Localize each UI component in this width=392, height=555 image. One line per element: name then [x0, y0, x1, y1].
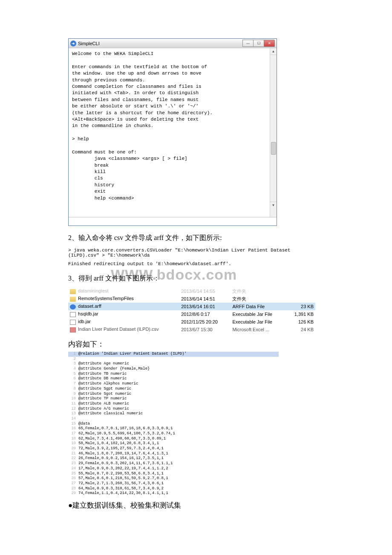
file-icon — [70, 320, 76, 325]
arff-line: 2072,Male,3.9,2,195,27,59,7.3,2.4,0.4,1 — [68, 446, 279, 451]
line-number: 16 — [68, 426, 78, 431]
arff-code-line: 72,Male,3.9,2,195,27,59,7.3,2.4,0.4,1 — [78, 446, 279, 451]
line-number: 4 — [68, 367, 78, 372]
line-number: 21 — [68, 451, 78, 457]
file-row[interactable]: Indian Liver Patient Dataset (ILPD).csv2… — [68, 326, 315, 333]
step2-text: 2、输入命令将 csv 文件导成 arff 文件，如下图所示: — [68, 234, 324, 243]
arff-line: 2974,Female,1.1,0.4,214,22,30,8.1,4.1,1,… — [68, 491, 279, 496]
cli-titlebar: ➜ SimpleCLI — ☐ ✕ — [69, 39, 277, 48]
arff-line: 7@attribute Alkphos numeric — [68, 382, 279, 387]
arff-code-line: @attribute Age numeric — [78, 361, 279, 367]
scroll-down-icon[interactable]: ▼ — [270, 202, 277, 208]
arff-line: 11@attribute ALB numeric — [68, 402, 279, 407]
arff-code-line: 58,Male,1,0.4,182,14,20,6.8,3.4,1,1 — [78, 441, 279, 446]
file-row[interactable]: hsqldb.jar2012/8/6 0:17Executable Jar Fi… — [68, 310, 315, 318]
line-number: 11 — [68, 402, 78, 407]
line-number: 17 — [68, 431, 78, 436]
line-number: 6 — [68, 376, 78, 382]
arff-code-line: @attribute ALB numeric — [78, 402, 279, 407]
line-number: 9 — [68, 392, 78, 397]
arff-code-line — [78, 416, 279, 422]
arff-code-line: 57,Male,0.6,0.1,210,51,59,5.9,2.7,0.8,1 — [78, 476, 279, 481]
arff-line: 6@attribute DB numeric — [68, 376, 279, 382]
arff-line: 1958,Male,1,0.4,182,14,20,6.8,3.4,1,1 — [68, 441, 279, 446]
finished-line: Finished redirecting output to 'E:\homew… — [68, 261, 324, 266]
scroll-thumb[interactable] — [271, 142, 276, 155]
file-row[interactable]: RemoteSystemsTempFiles2013/6/14 14:51文件夹 — [68, 295, 315, 303]
arff-line: 2417,Male,0.9,0.3,202,22,19,7.4,4.1,1.2,… — [68, 466, 279, 471]
arff-line: 1762,Male,10.9,5.5,699,64,100,7.5,3.2,0.… — [68, 431, 279, 436]
line-number: 2 — [68, 357, 78, 362]
arff-code-block: 1@relation 'Indian Liver Patient Dataset… — [68, 352, 279, 496]
arff-line: 5@attribute TB numeric — [68, 372, 279, 377]
line-number: 15 — [68, 422, 78, 427]
line-number: 8 — [68, 387, 78, 392]
line-number: 1 — [68, 352, 78, 357]
arff-line: 13@attribute classical numeric — [68, 411, 279, 416]
cli-output: Welcome to the WEKA SimpleCLI Enter comm… — [69, 48, 270, 217]
arff-code-line: @attribute classical numeric — [78, 411, 279, 416]
line-number: 7 — [68, 382, 78, 387]
arff-line: 1862,Male,7.3,4.1,490,60,68,7,3.3,0.89,1 — [68, 436, 279, 442]
line-number: 3 — [68, 361, 78, 367]
scroll-up-icon[interactable]: ▲ — [270, 48, 277, 55]
arff-code-line: @attribute A/G numeric — [78, 407, 279, 412]
file-icon — [70, 327, 76, 332]
arff-code-line: 46,Male,1.8,0.7,208,19,14,7.6,4.4,1.3,1 — [78, 451, 279, 457]
arff-line: 2864,Male,0.9,0.3,310,61,58,7,3.4,0.9,2 — [68, 486, 279, 491]
arff-code-line: 62,Male,7.3,4.1,490,60,68,7,3.3,0.89,1 — [78, 436, 279, 442]
file-row[interactable]: dataminingtest2013/6/14 14:55文件夹 — [68, 287, 315, 295]
arff-code-line: 64,Male,0.9,0.3,310,61,58,7,3.4,0.9,2 — [78, 486, 279, 491]
line-number: 24 — [68, 466, 78, 471]
arff-line: 2329,Female,0.9,0.3,202,14,11,6.7,3.6,1.… — [68, 461, 279, 466]
arff-code-line: @attribute Sgot numeric — [78, 392, 279, 397]
arff-code-line: @attribute Sgpt numeric — [78, 387, 279, 392]
line-number: 19 — [68, 441, 78, 446]
line-number: 28 — [68, 486, 78, 491]
arff-line: 14 — [68, 416, 279, 422]
file-icon — [70, 289, 76, 294]
line-number: 14 — [68, 416, 78, 422]
cli-input[interactable] — [69, 217, 277, 225]
arff-line: 2657,Male,0.6,0.1,210,51,59,5.9,2.7,0.8,… — [68, 476, 279, 481]
arff-line: 3@attribute Age numeric — [68, 361, 279, 367]
arff-line: 2226,Female,0.9,0.2,154,16,12,7,3.5,1,1 — [68, 456, 279, 461]
arff-line: 15@data — [68, 422, 279, 427]
arff-code-line: @data — [78, 422, 279, 427]
arff-code-line: @attribute TB numeric — [78, 372, 279, 377]
line-number: 29 — [68, 491, 78, 496]
arff-code-line: @attribute Gender {Female,Male} — [78, 367, 279, 372]
arff-code-line: 29,Female,0.9,0.3,202,14,11,6.7,3.6,1.1,… — [78, 461, 279, 466]
line-number: 27 — [68, 481, 78, 486]
arff-line: 1@relation 'Indian Liver Patient Dataset… — [68, 352, 279, 357]
arff-line: 9@attribute Sgot numeric — [68, 392, 279, 397]
arff-code-line: 74,Female,1.1,0.4,214,22,30,8.1,4.1,1,1 — [78, 491, 279, 496]
file-row[interactable]: idb.jar2012/11/25 20:20Executable Jar Fi… — [68, 318, 315, 326]
arff-line: 4@attribute Gender {Female,Male} — [68, 367, 279, 372]
arff-code-line — [78, 357, 279, 362]
arff-code-line: @attribute DB numeric — [78, 376, 279, 382]
file-icon — [70, 297, 76, 302]
maximize-button[interactable]: ☐ — [253, 40, 264, 47]
simplecli-window: ➜ SimpleCLI — ☐ ✕ Welcome to the WEKA Si… — [68, 38, 277, 226]
cli-scrollbar[interactable]: ▲ ▼ — [270, 48, 277, 217]
line-number: 23 — [68, 461, 78, 466]
close-button[interactable]: ✕ — [264, 40, 275, 47]
minimize-button[interactable]: — — [242, 40, 254, 47]
file-icon — [70, 304, 76, 309]
line-number: 20 — [68, 446, 78, 451]
content-heading: 内容如下： — [68, 339, 324, 349]
arff-line: 2555,Male,0.7,0.2,290,53,58,6.8,3.4,1,1 — [68, 471, 279, 477]
line-number: 13 — [68, 411, 78, 416]
arff-code-line: @attribute Alkphos numeric — [78, 382, 279, 387]
arff-code-line: 62,Male,10.9,5.5,699,64,100,7.5,3.2,0.74… — [78, 431, 279, 436]
arff-line: 2772,Male,2.7,1.3,260,31,56,7.4,3,0.6,1 — [68, 481, 279, 486]
line-number: 12 — [68, 407, 78, 412]
arff-code-line: 26,Female,0.9,0.2,154,16,12,7,3.5,1,1 — [78, 456, 279, 461]
arff-code-line: 65,Female,0.7,0.1,187,16,18,6.8,3.3,0.9,… — [78, 426, 279, 431]
arff-line: 1665,Female,0.7,0.1,187,16,18,6.8,3.3,0.… — [68, 426, 279, 431]
cli-title: SimpleCLI — [78, 41, 243, 46]
file-icon — [70, 312, 76, 317]
file-row[interactable]: dataset.arff2013/6/14 16:01ARFF Data Fil… — [68, 303, 315, 310]
cmd-line: > java weka.core.converters.CSVLoader "E… — [68, 248, 324, 258]
